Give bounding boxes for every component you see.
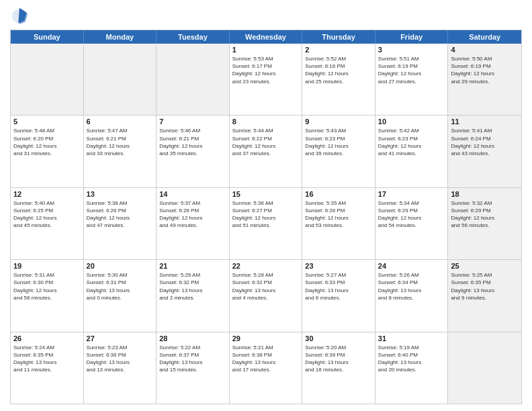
calendar-cell-empty <box>11 44 84 115</box>
calendar-cell-27: 27Sunrise: 5:23 AMSunset: 6:36 PMDayligh… <box>84 332 157 404</box>
calendar-cell-13: 13Sunrise: 5:38 AMSunset: 6:26 PMDayligh… <box>84 188 157 259</box>
cell-info: Sunrise: 5:51 AMSunset: 6:19 PMDaylight:… <box>378 55 445 85</box>
logo <box>10 7 32 26</box>
day-number: 5 <box>13 118 81 126</box>
day-number: 1 <box>232 46 300 54</box>
cell-info: Sunrise: 5:22 AMSunset: 6:37 PMDaylight:… <box>159 344 226 374</box>
cell-info: Sunrise: 5:19 AMSunset: 6:40 PMDaylight:… <box>378 344 445 374</box>
day-number: 2 <box>305 46 372 54</box>
calendar-cell-30: 30Sunrise: 5:20 AMSunset: 6:39 PMDayligh… <box>302 332 375 404</box>
calendar-cell-4: 4Sunrise: 5:50 AMSunset: 6:19 PMDaylight… <box>448 44 521 115</box>
day-number: 25 <box>451 262 519 270</box>
cell-info: Sunrise: 5:48 AMSunset: 6:20 PMDaylight:… <box>13 127 81 157</box>
cell-info: Sunrise: 5:32 AMSunset: 6:29 PMDaylight:… <box>451 199 519 230</box>
cell-info: Sunrise: 5:37 AMSunset: 6:26 PMDaylight:… <box>159 199 226 230</box>
cell-info: Sunrise: 5:47 AMSunset: 6:21 PMDaylight:… <box>87 127 154 157</box>
calendar-cell-25: 25Sunrise: 5:25 AMSunset: 6:35 PMDayligh… <box>448 260 521 331</box>
day-number: 10 <box>378 118 445 126</box>
day-number: 20 <box>87 262 154 270</box>
calendar-cell-3: 3Sunrise: 5:51 AMSunset: 6:19 PMDaylight… <box>375 44 449 115</box>
day-header-wednesday: Wednesday <box>230 30 303 44</box>
day-number: 29 <box>232 334 300 342</box>
day-number: 12 <box>13 190 81 198</box>
calendar-cell-9: 9Sunrise: 5:43 AMSunset: 6:23 PMDaylight… <box>302 116 375 187</box>
calendar-cell-1: 1Sunrise: 5:53 AMSunset: 6:17 PMDaylight… <box>230 44 303 115</box>
day-number: 4 <box>451 46 519 54</box>
day-number: 22 <box>232 262 300 270</box>
day-header-tuesday: Tuesday <box>157 30 230 44</box>
cell-info: Sunrise: 5:35 AMSunset: 6:28 PMDaylight:… <box>305 199 372 230</box>
calendar-cell-26: 26Sunrise: 5:24 AMSunset: 6:35 PMDayligh… <box>11 332 84 404</box>
cell-info: Sunrise: 5:30 AMSunset: 6:31 PMDaylight:… <box>87 271 154 302</box>
calendar-cell-6: 6Sunrise: 5:47 AMSunset: 6:21 PMDaylight… <box>84 116 157 187</box>
cell-info: Sunrise: 5:31 AMSunset: 6:30 PMDaylight:… <box>13 271 81 302</box>
calendar-cell-16: 16Sunrise: 5:35 AMSunset: 6:28 PMDayligh… <box>302 188 375 259</box>
cell-info: Sunrise: 5:36 AMSunset: 6:27 PMDaylight:… <box>232 199 300 230</box>
cell-info: Sunrise: 5:40 AMSunset: 6:25 PMDaylight:… <box>13 199 81 230</box>
day-header-sunday: Sunday <box>11 30 84 44</box>
day-number: 14 <box>159 190 226 198</box>
day-number: 6 <box>87 118 154 126</box>
page-header <box>10 7 522 26</box>
calendar-cell-empty <box>448 332 521 404</box>
calendar-cell-23: 23Sunrise: 5:27 AMSunset: 6:33 PMDayligh… <box>302 260 375 331</box>
day-number: 24 <box>378 262 445 270</box>
day-number: 27 <box>87 334 154 342</box>
calendar-header: SundayMondayTuesdayWednesdayThursdayFrid… <box>11 30 521 44</box>
cell-info: Sunrise: 5:50 AMSunset: 6:19 PMDaylight:… <box>451 55 519 85</box>
day-number: 18 <box>451 190 519 198</box>
calendar-cell-24: 24Sunrise: 5:26 AMSunset: 6:34 PMDayligh… <box>375 260 449 331</box>
calendar-cell-10: 10Sunrise: 5:42 AMSunset: 6:23 PMDayligh… <box>375 116 449 187</box>
cell-info: Sunrise: 5:43 AMSunset: 6:23 PMDaylight:… <box>305 127 372 157</box>
cell-info: Sunrise: 5:28 AMSunset: 6:32 PMDaylight:… <box>232 271 300 302</box>
day-number: 9 <box>305 118 372 126</box>
day-number: 11 <box>451 118 519 126</box>
cell-info: Sunrise: 5:21 AMSunset: 6:38 PMDaylight:… <box>232 344 300 374</box>
cell-info: Sunrise: 5:38 AMSunset: 6:26 PMDaylight:… <box>87 199 154 230</box>
calendar-cell-29: 29Sunrise: 5:21 AMSunset: 6:38 PMDayligh… <box>230 332 303 404</box>
cell-info: Sunrise: 5:20 AMSunset: 6:39 PMDaylight:… <box>305 344 372 374</box>
cell-info: Sunrise: 5:52 AMSunset: 6:18 PMDaylight:… <box>305 55 372 85</box>
cell-info: Sunrise: 5:46 AMSunset: 6:21 PMDaylight:… <box>159 127 226 157</box>
logo-icon <box>10 7 29 26</box>
cell-info: Sunrise: 5:23 AMSunset: 6:36 PMDaylight:… <box>87 344 154 374</box>
day-number: 28 <box>159 334 226 342</box>
cell-info: Sunrise: 5:27 AMSunset: 6:33 PMDaylight:… <box>305 271 372 302</box>
calendar-cell-5: 5Sunrise: 5:48 AMSunset: 6:20 PMDaylight… <box>11 116 84 187</box>
calendar-cell-21: 21Sunrise: 5:29 AMSunset: 6:32 PMDayligh… <box>157 260 230 331</box>
day-header-saturday: Saturday <box>448 30 521 44</box>
calendar-cell-19: 19Sunrise: 5:31 AMSunset: 6:30 PMDayligh… <box>11 260 84 331</box>
day-number: 3 <box>378 46 445 54</box>
calendar-cell-17: 17Sunrise: 5:34 AMSunset: 6:29 PMDayligh… <box>375 188 449 259</box>
day-number: 16 <box>305 190 372 198</box>
calendar-cell-28: 28Sunrise: 5:22 AMSunset: 6:37 PMDayligh… <box>157 332 230 404</box>
day-header-monday: Monday <box>84 30 157 44</box>
calendar-body: 1Sunrise: 5:53 AMSunset: 6:17 PMDaylight… <box>11 44 521 404</box>
calendar-cell-empty <box>157 44 230 115</box>
day-number: 17 <box>378 190 445 198</box>
cell-info: Sunrise: 5:29 AMSunset: 6:32 PMDaylight:… <box>159 271 226 302</box>
calendar-cell-20: 20Sunrise: 5:30 AMSunset: 6:31 PMDayligh… <box>84 260 157 331</box>
calendar-row-0: 1Sunrise: 5:53 AMSunset: 6:17 PMDaylight… <box>11 44 521 115</box>
day-number: 13 <box>87 190 154 198</box>
calendar-cell-7: 7Sunrise: 5:46 AMSunset: 6:21 PMDaylight… <box>157 116 230 187</box>
cell-info: Sunrise: 5:24 AMSunset: 6:35 PMDaylight:… <box>13 344 81 374</box>
day-number: 15 <box>232 190 300 198</box>
calendar-cell-11: 11Sunrise: 5:41 AMSunset: 6:24 PMDayligh… <box>448 116 521 187</box>
calendar-row-3: 19Sunrise: 5:31 AMSunset: 6:30 PMDayligh… <box>11 259 521 331</box>
calendar-row-1: 5Sunrise: 5:48 AMSunset: 6:20 PMDaylight… <box>11 115 521 187</box>
day-header-friday: Friday <box>375 30 449 44</box>
calendar-row-2: 12Sunrise: 5:40 AMSunset: 6:25 PMDayligh… <box>11 187 521 259</box>
calendar-cell-2: 2Sunrise: 5:52 AMSunset: 6:18 PMDaylight… <box>302 44 375 115</box>
cell-info: Sunrise: 5:34 AMSunset: 6:29 PMDaylight:… <box>378 199 445 230</box>
day-number: 21 <box>159 262 226 270</box>
day-number: 26 <box>13 334 81 342</box>
day-number: 19 <box>13 262 81 270</box>
calendar-cell-8: 8Sunrise: 5:44 AMSunset: 6:22 PMDaylight… <box>230 116 303 187</box>
calendar-cell-18: 18Sunrise: 5:32 AMSunset: 6:29 PMDayligh… <box>448 188 521 259</box>
calendar-cell-31: 31Sunrise: 5:19 AMSunset: 6:40 PMDayligh… <box>375 332 449 404</box>
day-header-thursday: Thursday <box>302 30 375 44</box>
day-number: 31 <box>378 334 445 342</box>
cell-info: Sunrise: 5:44 AMSunset: 6:22 PMDaylight:… <box>232 127 300 157</box>
day-number: 7 <box>159 118 226 126</box>
